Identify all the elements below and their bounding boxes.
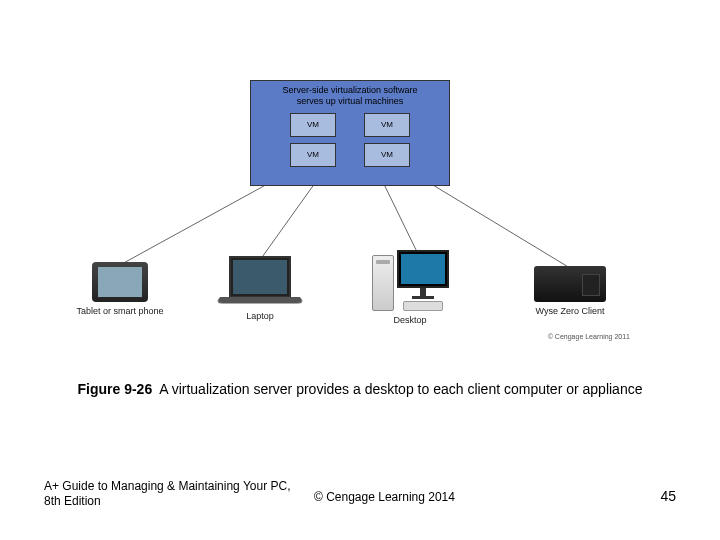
client-label: Wyse Zero Client — [510, 306, 630, 316]
client-tablet: Tablet or smart phone — [60, 262, 180, 316]
laptop-icon — [220, 256, 300, 307]
client-wyse: Wyse Zero Client — [510, 266, 630, 316]
svg-line-0 — [120, 176, 282, 265]
client-label: Laptop — [200, 311, 320, 321]
client-desktop: Desktop — [350, 250, 470, 325]
desktop-icon — [350, 250, 470, 311]
virtualization-diagram: Server-side virtualization software serv… — [90, 80, 630, 340]
copyright: © Cengage Learning 2014 — [314, 490, 455, 504]
vm-box: VM — [364, 113, 410, 137]
tablet-icon — [92, 262, 148, 302]
client-laptop: Laptop — [200, 256, 320, 321]
svg-line-2 — [380, 176, 420, 258]
client-label: Tablet or smart phone — [60, 306, 180, 316]
svg-line-1 — [260, 176, 320, 260]
server-title: Server-side virtualization software serv… — [274, 81, 425, 111]
figure-text: A virtualization server provides a deskt… — [159, 381, 642, 397]
page-number: 45 — [660, 488, 676, 504]
figure-label: Figure 9-26 — [78, 381, 153, 397]
book-title: A+ Guide to Managing & Maintaining Your … — [44, 479, 304, 510]
figure-caption: Figure 9-26 A virtualization server prov… — [0, 380, 720, 400]
server-box: Server-side virtualization software serv… — [250, 80, 450, 186]
vm-box: VM — [364, 143, 410, 167]
diagram-attribution: © Cengage Learning 2011 — [548, 333, 630, 340]
vm-box: VM — [290, 143, 336, 167]
vm-box: VM — [290, 113, 336, 137]
client-label: Desktop — [350, 315, 470, 325]
wyse-zero-client-icon — [534, 266, 606, 302]
